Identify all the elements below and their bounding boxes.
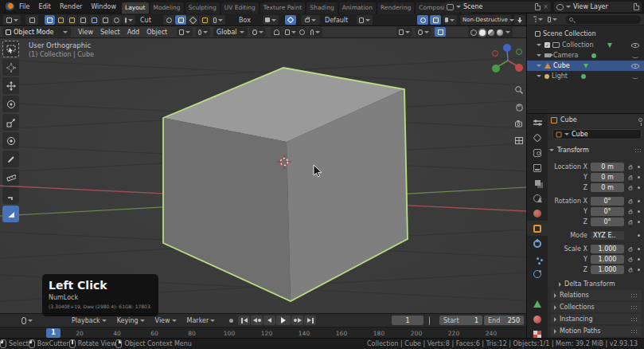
snap-dropdown[interactable] (263, 15, 279, 25)
op-toggle-1-button[interactable] (417, 15, 428, 25)
custom-shape-button[interactable] (199, 15, 210, 25)
falloff-dropdown[interactable] (308, 27, 322, 37)
pin-icon[interactable] (638, 118, 642, 122)
collapsed-panel-header[interactable]: Motion Paths (551, 326, 642, 336)
unlink-scene-icon[interactable] (543, 4, 548, 10)
panel-grip-icon[interactable] (630, 293, 638, 297)
outliner-row[interactable]: Collection (527, 40, 644, 50)
disclosure-icon[interactable] (537, 75, 541, 77)
animate-dot-icon[interactable] (638, 210, 640, 213)
transform-orientation-dropdown[interactable]: Global (213, 27, 248, 37)
collapsed-panel-header[interactable]: Collections (551, 302, 642, 312)
properties-tab[interactable] (527, 145, 548, 160)
outliner-editor-type-button[interactable] (531, 14, 545, 24)
camera-view-button[interactable] (513, 118, 525, 129)
value-field[interactable]: 1.000 (591, 245, 624, 253)
viewport-menu-item[interactable]: Select (100, 29, 120, 36)
properties-tab[interactable] (527, 221, 548, 236)
timeline-menu-item[interactable]: View (155, 317, 177, 324)
lock-icon[interactable] (629, 167, 633, 170)
workspace-tab[interactable]: Layout (122, 2, 149, 14)
visibility-eye-icon[interactable] (631, 43, 639, 48)
auto-keying-button[interactable] (225, 316, 237, 325)
jump-to-end-button[interactable] (304, 316, 316, 325)
shape-mode-7-button[interactable] (111, 15, 122, 25)
apply-button[interactable] (514, 15, 525, 25)
properties-tab[interactable] (527, 266, 548, 281)
value-field[interactable]: XYZ E.. (591, 231, 624, 240)
outliner-display-mode-button[interactable] (545, 14, 560, 24)
workspace-tab[interactable]: Shading (306, 2, 337, 14)
wireframe-shading-button[interactable] (470, 29, 477, 36)
timeline-menu-item[interactable]: Keying (117, 317, 145, 324)
timeline-menu-item[interactable]: Playback (72, 317, 107, 324)
op-toggle-2-button[interactable] (430, 15, 441, 25)
object-name-field[interactable]: Cube (552, 129, 642, 139)
operation-mode-dropdown[interactable]: Non-Destructive (460, 15, 511, 25)
pivot-point-dropdown[interactable] (250, 27, 266, 37)
circle-shape-button[interactable] (163, 15, 174, 25)
viewport-menu-item[interactable]: Add (127, 29, 140, 36)
properties-tab[interactable] (527, 312, 548, 327)
timeline-editor-type-button[interactable] (19, 316, 35, 325)
visibility-eye-icon[interactable] (631, 64, 639, 69)
collapsed-panel-header[interactable]: Instancing (551, 314, 642, 324)
tool-move[interactable] (2, 77, 19, 94)
panel-grip-icon[interactable] (634, 148, 642, 152)
value-field[interactable]: 1.000 (591, 265, 624, 274)
properties-tab[interactable] (527, 206, 548, 221)
value-field[interactable]: 0 m (591, 183, 624, 192)
frame-end-field[interactable]: End250 (484, 316, 524, 325)
workspace-tab[interactable]: UV Editing (221, 2, 259, 14)
zoom-button[interactable] (513, 84, 525, 96)
behavior-dropdown[interactable] (301, 15, 320, 25)
tool-rotate[interactable] (2, 96, 19, 112)
animate-dot-icon[interactable] (638, 234, 640, 237)
value-field[interactable]: 1.000 (591, 255, 624, 264)
ngon-shape-button[interactable] (187, 15, 198, 25)
menu-item[interactable]: Window (91, 3, 116, 10)
lock-icon[interactable] (629, 222, 633, 225)
disclosure-icon[interactable] (537, 54, 541, 57)
extra-dropdown[interactable] (357, 15, 373, 25)
disclosure-icon[interactable] (537, 44, 541, 46)
shape-dropdown[interactable] (211, 15, 225, 25)
current-frame-field[interactable]: 1 (392, 316, 423, 325)
tool-scale[interactable] (2, 114, 19, 131)
op-dropdown[interactable] (443, 15, 457, 25)
animate-dot-icon[interactable] (638, 269, 640, 271)
sync-icon[interactable] (428, 317, 430, 324)
outliner-search-input[interactable] (566, 15, 641, 24)
overlays-dropdown[interactable] (416, 27, 431, 37)
transform-panel-header[interactable]: Transform (549, 147, 642, 154)
tool-cursor[interactable] (2, 59, 19, 76)
pan-button[interactable] (513, 101, 525, 112)
lock-icon[interactable] (629, 259, 633, 262)
tool-annotate[interactable] (2, 151, 19, 167)
visibility-eye-icon[interactable] (631, 53, 639, 58)
collapsed-panel-header[interactable]: Relations (551, 290, 642, 300)
panel-grip-icon[interactable] (630, 317, 638, 321)
workspace-tab[interactable]: Rendering (377, 2, 414, 14)
solid-shading-button[interactable] (479, 29, 486, 36)
value-field[interactable]: 0° (591, 197, 624, 206)
3d-viewport[interactable]: User Orthographic (1) Collection | Cube (0, 38, 526, 313)
shape-mode-3-button[interactable] (67, 15, 77, 25)
animate-dot-icon[interactable] (638, 248, 640, 250)
snap-magnet-button[interactable] (271, 27, 282, 37)
active-tool-dropdown[interactable] (3, 15, 21, 25)
playhead[interactable]: 1 (46, 328, 60, 338)
new-scene-icon[interactable] (535, 3, 541, 10)
workspace-tab[interactable]: Modeling (150, 2, 184, 14)
outliner-row[interactable]: Light (527, 71, 644, 81)
menu-item[interactable]: File (19, 3, 29, 10)
menu-item[interactable]: Edit (38, 3, 51, 10)
animate-dot-icon[interactable] (638, 221, 640, 223)
tool-add-cube[interactable] (2, 187, 19, 204)
play-button[interactable] (276, 316, 291, 325)
workspace-tab[interactable]: Animation (339, 2, 376, 14)
animate-dot-icon[interactable] (638, 200, 640, 202)
jump-to-start-button[interactable] (238, 316, 250, 325)
shape-mode-8-button[interactable] (123, 15, 135, 25)
navigation-gizmo[interactable] (487, 41, 525, 80)
